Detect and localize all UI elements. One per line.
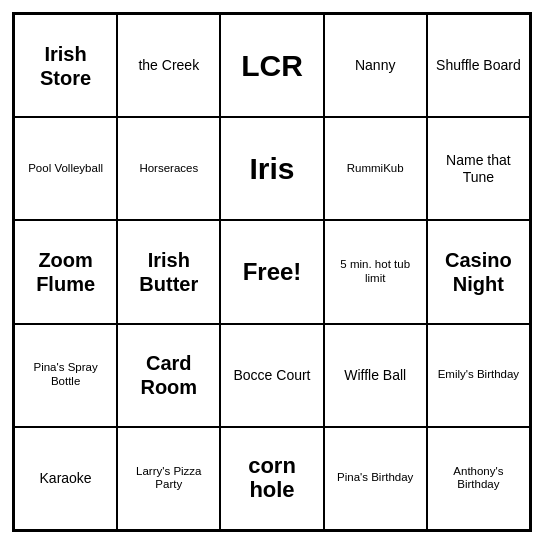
- cell-r3c3: Wiffle Ball: [324, 324, 427, 427]
- cell-r0c3: Nanny: [324, 14, 427, 117]
- cell-r0c4: Shuffle Board: [427, 14, 530, 117]
- cell-r4c3: Pina's Birthday: [324, 427, 427, 530]
- cell-r1c1: Horseraces: [117, 117, 220, 220]
- cell-r4c1: Larry's Pizza Party: [117, 427, 220, 530]
- cell-r0c0: Irish Store: [14, 14, 117, 117]
- bingo-card: Irish Storethe CreekLCRNannyShuffle Boar…: [12, 12, 532, 532]
- cell-r0c2: LCR: [220, 14, 323, 117]
- cell-r1c3: RummiKub: [324, 117, 427, 220]
- cell-r1c2: Iris: [220, 117, 323, 220]
- cell-r4c4: Anthony's Birthday: [427, 427, 530, 530]
- cell-r4c0: Karaoke: [14, 427, 117, 530]
- cell-r2c1: Irish Butter: [117, 220, 220, 323]
- cell-r0c1: the Creek: [117, 14, 220, 117]
- cell-r3c4: Emily's Birthday: [427, 324, 530, 427]
- cell-r2c2: Free!: [220, 220, 323, 323]
- cell-r3c0: Pina's Spray Bottle: [14, 324, 117, 427]
- cell-r2c0: Zoom Flume: [14, 220, 117, 323]
- cell-r2c3: 5 min. hot tub limit: [324, 220, 427, 323]
- cell-r2c4: Casino Night: [427, 220, 530, 323]
- cell-r4c2: corn hole: [220, 427, 323, 530]
- cell-r1c0: Pool Volleyball: [14, 117, 117, 220]
- cell-r1c4: Name that Tune: [427, 117, 530, 220]
- cell-r3c1: Card Room: [117, 324, 220, 427]
- cell-r3c2: Bocce Court: [220, 324, 323, 427]
